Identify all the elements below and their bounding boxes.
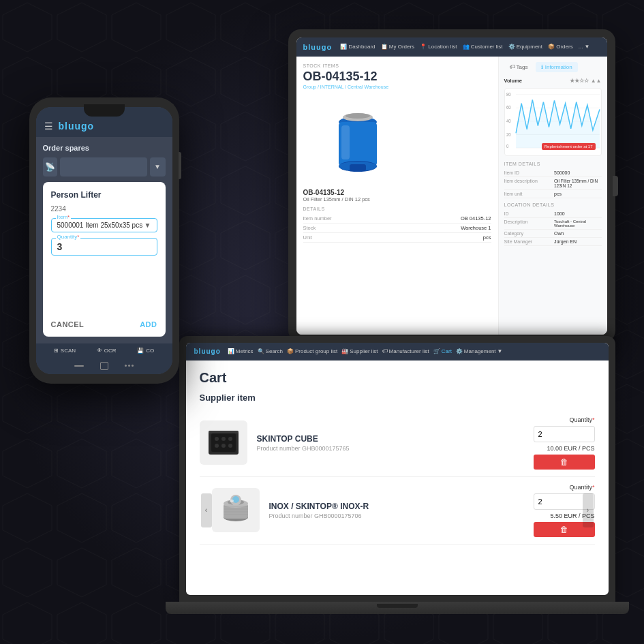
tablet-detail-stock: Stock Warehouse 1 — [303, 224, 491, 233]
tablet-product-desc: Oil Filter 135mm / DIN 12 pcs — [303, 196, 491, 202]
phone-search-input[interactable] — [60, 157, 147, 177]
location-desc-row: Description Toschaft - Central Warehouse — [504, 218, 602, 230]
tablet-details-section: DETAILS — [303, 206, 491, 211]
cart-item-2-name: INOX / SKINTOP® INOX-R — [269, 502, 517, 511]
phone-home-indicator[interactable] — [100, 362, 108, 370]
laptop-nav-search[interactable]: 🔍 Search — [258, 348, 283, 354]
tab-tags[interactable]: 🏷 Tags — [504, 62, 534, 72]
tablet-nav-customer[interactable]: 👥 Customer list — [463, 44, 503, 50]
location-manager-row: Site Manager Jürgen EN — [504, 238, 602, 246]
cancel-button[interactable]: CANCEL — [51, 320, 85, 328]
item-dropdown-arrow: ▼ — [144, 221, 151, 229]
laptop-nav-supplier[interactable]: 🏭 Supplier list — [341, 348, 378, 354]
phone-qty-label: Quantity* — [56, 234, 81, 240]
svg-text:80: 80 — [506, 91, 511, 96]
tablet-left-panel: STOCK ITEMS OB-04135-12 Group / INTERNAL… — [296, 57, 498, 335]
phone-dots-indicator — [125, 362, 134, 370]
phone-notch — [84, 104, 125, 117]
phone-scan-button[interactable]: ⊞ SCAN — [54, 348, 76, 354]
tab-information[interactable]: ℹ Information — [536, 62, 577, 72]
location-details-section: LOCATION DETAILS — [504, 202, 602, 207]
tablet-device: bluugo 📊 Dashboard 📋 My Orders 📍 Locatio… — [288, 29, 615, 343]
phone-body: Order spares 📡 ▼ Person Lifter 2234 — [36, 137, 172, 343]
co-icon: 💾 — [137, 348, 144, 354]
phone-dialog-title: Person Lifter — [51, 190, 157, 200]
cart-item-1-price: 10.00 EUR / PCS — [547, 445, 594, 452]
add-button[interactable]: ADD — [140, 320, 157, 328]
phone-search-dropdown[interactable]: ▼ — [150, 157, 166, 177]
cart-item-1-qty-label: Quantity* — [569, 416, 594, 423]
phone-dialog-actions: CANCEL ADD — [51, 320, 157, 328]
svg-point-32 — [228, 444, 232, 448]
laptop-nav-product-groups[interactable]: 📦 Product group list — [287, 348, 337, 354]
ocr-icon: 👁 — [97, 348, 102, 354]
laptop-lid: bluugo 📊 Metrics 🔍 Search 📦 Product grou… — [179, 336, 615, 602]
phone-page-title: Order spares — [43, 144, 166, 152]
phone-item-field: Item* 5000001 Item 25x50x35 pcs ▼ — [51, 218, 157, 232]
scan-footer-icon: ⊞ — [54, 348, 59, 354]
svg-point-28 — [221, 437, 226, 441]
tablet-detail-item-number: Item number OB 04135-12 — [303, 214, 491, 224]
svg-text:0: 0 — [506, 143, 509, 148]
phone-search-bar: 📡 ▼ — [43, 157, 166, 177]
cart-item-1-delete-button[interactable]: 🗑 — [534, 455, 595, 470]
tablet-nav-more[interactable]: ... ▼ — [579, 44, 590, 50]
scene: bluugo 📊 Dashboard 📋 My Orders 📍 Locatio… — [16, 16, 629, 629]
chart-title: Volume ★★☆☆ ▲▲ — [504, 78, 602, 84]
svg-rect-33 — [209, 431, 239, 433]
tablet-navbar: bluugo 📊 Dashboard 📋 My Orders 📍 Locatio… — [296, 37, 607, 57]
laptop-nav-metrics[interactable]: 📊 Metrics — [228, 348, 254, 354]
cart-item-2-image — [212, 488, 260, 532]
cart-item-1: SKINTOP CUBE Product number GHB000017576… — [200, 410, 595, 477]
chart-alert: Replenishment order at 17 — [542, 143, 596, 150]
phone-item-value[interactable]: 5000001 Item 25x50x35 pcs ▼ — [57, 221, 151, 229]
svg-rect-11 — [341, 125, 350, 159]
laptop-body: Cart Supplier item — [186, 361, 609, 595]
phone-co-button[interactable]: 💾 CO — [137, 348, 154, 354]
menu-icon[interactable]: ☰ — [44, 121, 53, 132]
tablet-nav-dashboard[interactable]: 📊 Dashboard — [340, 44, 375, 50]
tablet-nav-equipment[interactable]: ⚙️ Equipment — [508, 44, 542, 50]
phone-item-label: Item* — [56, 214, 72, 220]
location-cat-row: Category Own — [504, 230, 602, 238]
phone-screen: ☰ bluugo Order spares 📡 ▼ Person Lifter … — [36, 107, 172, 374]
tablet-product-image — [303, 95, 412, 183]
laptop-nav-cart[interactable]: 🛒 Cart — [433, 348, 452, 354]
phone-ocr-button[interactable]: 👁 OCR — [97, 348, 117, 354]
laptop-device: bluugo 📊 Metrics 🔍 Search 📦 Product grou… — [166, 336, 629, 629]
phone-qty-field: Quantity* 3 — [51, 238, 157, 256]
trash-icon-1: 🗑 — [560, 457, 568, 467]
item-details-section: ITEM DETAILS — [504, 162, 602, 166]
cart-item-1-qty-input[interactable] — [534, 426, 595, 442]
tablet-nav-location[interactable]: 📍 Location list — [420, 44, 457, 50]
svg-point-27 — [215, 437, 219, 441]
item-id-row: Item ID 500000 — [504, 169, 602, 177]
location-id-row: ID 1000 — [504, 210, 602, 218]
svg-point-39 — [232, 496, 239, 503]
tablet-product-id: OB-04135-12 — [303, 70, 491, 84]
svg-point-40 — [230, 500, 234, 502]
trash-icon-2: 🗑 — [560, 525, 568, 534]
svg-text:60: 60 — [506, 105, 511, 110]
svg-rect-13 — [350, 164, 366, 171]
laptop-nav-management[interactable]: ⚙️ Management ▼ — [456, 348, 503, 354]
svg-rect-26 — [211, 433, 236, 452]
tablet-nav-myorders[interactable]: 📋 My Orders — [381, 44, 415, 50]
tablet-logo: bluugo — [303, 43, 333, 51]
phone-device: ☰ bluugo Order spares 📡 ▼ Person Lifter … — [29, 97, 179, 384]
phone-qty-value[interactable]: 3 — [57, 241, 151, 252]
carousel-prev-button[interactable]: ‹ — [201, 493, 212, 527]
tablet-home-button[interactable] — [613, 176, 618, 196]
tablet-right-panel: 🏷 Tags ℹ Information Volume ★★☆☆ ▲▲ — [498, 57, 607, 335]
scan-icon: 📡 — [43, 157, 57, 177]
cart-item-1-qty: Quantity* 10.00 EUR / PCS 🗑 — [527, 416, 595, 470]
laptop-nav-manufacturer[interactable]: 🏷 Manufacturer list — [382, 348, 429, 354]
laptop-page-title: Cart — [200, 370, 595, 386]
laptop-navbar: bluugo 📊 Metrics 🔍 Search 📦 Product grou… — [186, 343, 609, 361]
tablet-nav-orders[interactable]: 📦 Orders — [548, 44, 573, 50]
phone-side-button[interactable] — [179, 152, 181, 179]
carousel-next-button[interactable]: › — [583, 493, 594, 527]
tablet-nav-items: 📊 Dashboard 📋 My Orders 📍 Location list … — [340, 44, 589, 50]
svg-point-4 — [346, 113, 370, 119]
cart-item-2-info: INOX / SKINTOP® INOX-R Product number GH… — [269, 502, 517, 519]
